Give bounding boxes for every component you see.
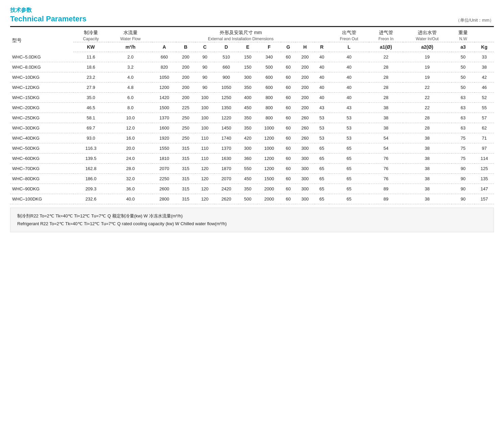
table-cell: 315 bbox=[176, 174, 195, 184]
table-cell: 120 bbox=[195, 164, 215, 174]
table-cell: 38 bbox=[403, 174, 452, 184]
table-cell: 1630 bbox=[214, 154, 238, 164]
col-unit-a2: a2(Ø) bbox=[403, 42, 452, 52]
table-cell: 350 bbox=[238, 113, 258, 123]
table-cell: 315 bbox=[176, 184, 195, 194]
table-cell: 69.7 bbox=[73, 123, 109, 133]
col-unit-G: G bbox=[281, 42, 295, 52]
table-cell: 38 bbox=[403, 194, 452, 204]
table-cell: 40 bbox=[329, 62, 369, 72]
table-cell: 89 bbox=[369, 184, 403, 194]
table-cell: 40 bbox=[329, 93, 369, 103]
table-cell: 40 bbox=[315, 72, 329, 83]
table-cell: WHC–12DKG bbox=[10, 83, 73, 93]
table-cell: 300 bbox=[238, 143, 258, 154]
table-cell: 300 bbox=[295, 143, 315, 154]
table-row: WHC–60DKG139.524.01810315110163036012006… bbox=[10, 154, 494, 164]
table-cell: 43 bbox=[329, 103, 369, 113]
col-sub-dims: External and Installation Dimensions bbox=[152, 37, 329, 42]
table-cell: 75 bbox=[452, 133, 475, 143]
table-cell: 90 bbox=[195, 83, 215, 93]
table-cell: 38 bbox=[403, 164, 452, 174]
table-cell: 23.2 bbox=[73, 72, 109, 83]
table-cell: 89 bbox=[369, 194, 403, 204]
table-cell: 62 bbox=[475, 123, 494, 133]
table-cell: 120 bbox=[195, 184, 215, 194]
table-cell: 40 bbox=[315, 62, 329, 72]
table-cell: 820 bbox=[152, 62, 176, 72]
table-cell: 250 bbox=[176, 123, 195, 133]
table-row: WHC–80DKG186.032.02250315120207045015006… bbox=[10, 174, 494, 184]
table-cell: WHC–50DKG bbox=[10, 143, 73, 154]
table-cell: 200 bbox=[176, 93, 195, 103]
table-cell: 6.0 bbox=[109, 93, 152, 103]
table-cell: 300 bbox=[295, 174, 315, 184]
table-cell: 110 bbox=[195, 154, 215, 164]
table-cell: 46 bbox=[475, 83, 494, 93]
table-cell: 28 bbox=[403, 113, 452, 123]
table-cell: 42 bbox=[475, 72, 494, 83]
table-cell: WHC–5.0DKG bbox=[10, 52, 73, 62]
col-header-cap-cn: 制冷量 bbox=[73, 27, 109, 37]
table-cell: 100 bbox=[195, 103, 215, 113]
table-cell: 1450 bbox=[214, 123, 238, 133]
table-row: WHC–30DKG69.712.016002501001450350100060… bbox=[10, 123, 494, 133]
table-cell: 60 bbox=[281, 123, 295, 133]
table-cell: 63 bbox=[452, 113, 475, 123]
table-cell: WHC–25DKG bbox=[10, 113, 73, 123]
table-cell: 60 bbox=[281, 194, 295, 204]
table-cell: WHC–70DKG bbox=[10, 164, 73, 174]
table-cell: 46.5 bbox=[73, 103, 109, 113]
table-cell: 120 bbox=[195, 194, 215, 204]
table-cell: 110 bbox=[195, 133, 215, 143]
table-cell: 1000 bbox=[257, 123, 281, 133]
table-cell: 24.0 bbox=[109, 154, 152, 164]
table-cell: 63 bbox=[452, 123, 475, 133]
table-cell: 65 bbox=[315, 154, 329, 164]
col-unit-R: R bbox=[315, 42, 329, 52]
col-header-freon-out-cn: 出气管 bbox=[329, 27, 369, 37]
table-cell: 450 bbox=[238, 174, 258, 184]
table-cell: 200 bbox=[295, 72, 315, 83]
table-cell: 53 bbox=[329, 133, 369, 143]
table-cell: WHC–10DKG bbox=[10, 72, 73, 83]
footer-line-cn: 制冷剂R22 To=2℃ Tk=40℃ Ti=12℃ Tu=7℃ Q 额定制冷量… bbox=[17, 212, 487, 220]
table-cell: 1200 bbox=[257, 133, 281, 143]
table-cell: 55 bbox=[475, 103, 494, 113]
unit-note: （单位/Unit：mm） bbox=[456, 17, 494, 23]
table-cell: 65 bbox=[315, 143, 329, 154]
table-cell: 22 bbox=[369, 52, 403, 62]
col-header-model: 型号 bbox=[10, 27, 73, 52]
table-cell: 315 bbox=[176, 194, 195, 204]
col-unit-L: L bbox=[329, 42, 369, 52]
table-cell: 60 bbox=[281, 52, 295, 62]
table-cell: 36.0 bbox=[109, 184, 152, 194]
col-unit-m3h: m³/h bbox=[109, 42, 152, 52]
table-cell: 300 bbox=[295, 184, 315, 194]
table-cell: 53 bbox=[329, 123, 369, 133]
table-cell: 315 bbox=[176, 154, 195, 164]
table-cell: 3.2 bbox=[109, 62, 152, 72]
table-cell: WHC–60DKG bbox=[10, 154, 73, 164]
table-cell: 40 bbox=[315, 52, 329, 62]
table-cell: 2420 bbox=[214, 184, 238, 194]
table-cell: 2000 bbox=[257, 194, 281, 204]
table-cell: 200 bbox=[176, 52, 195, 62]
col-unit-F: F bbox=[257, 42, 281, 52]
table-cell: 450 bbox=[238, 103, 258, 113]
table-cell: WHC–40DKG bbox=[10, 133, 73, 143]
table-cell: 28 bbox=[403, 123, 452, 133]
table-cell: 90 bbox=[195, 62, 215, 72]
table-cell: 800 bbox=[257, 113, 281, 123]
footer-line-en: Refrigerant R22 To=2℃ Tk=40℃ Ti=12℃ Tu=7… bbox=[17, 220, 487, 228]
title-cn: 技术参数 bbox=[10, 7, 87, 14]
table-cell: 1000 bbox=[257, 143, 281, 154]
table-cell: 232.6 bbox=[73, 194, 109, 204]
col-unit-E: E bbox=[238, 42, 258, 52]
table-cell: 38 bbox=[369, 103, 403, 113]
table-cell: 35.0 bbox=[73, 93, 109, 103]
table-cell: 28 bbox=[369, 72, 403, 83]
table-cell: 40 bbox=[329, 72, 369, 83]
table-cell: 1600 bbox=[152, 123, 176, 133]
table-cell: 120 bbox=[195, 174, 215, 184]
